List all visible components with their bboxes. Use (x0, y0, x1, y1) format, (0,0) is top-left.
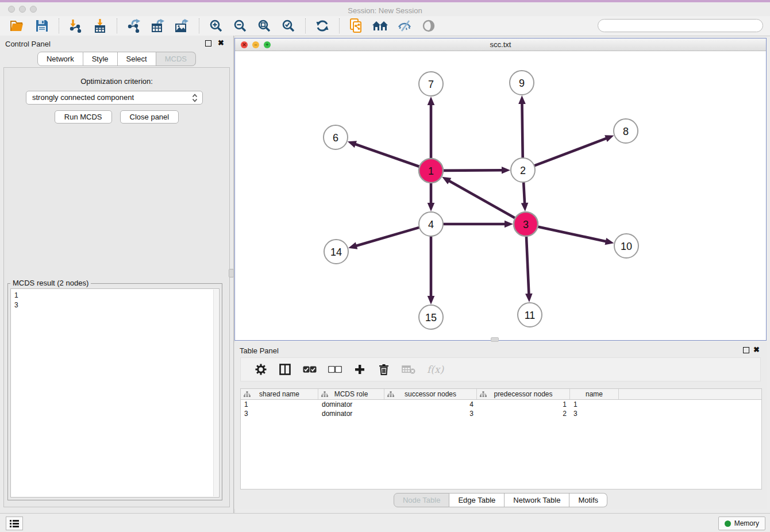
table-panel-title: Table Panel (240, 346, 279, 355)
graph-node-4[interactable]: 4 (419, 212, 443, 236)
table-cell: 1 (570, 400, 619, 409)
graph-node-10[interactable]: 10 (614, 234, 638, 258)
graph-edge-1-6[interactable] (355, 144, 419, 167)
graph-edge-2-3[interactable] (523, 183, 525, 204)
graph-node-11[interactable]: 11 (518, 303, 542, 327)
add-column-icon[interactable] (353, 364, 366, 375)
network-window-titlebar[interactable]: ✕ − + scc.txt (235, 38, 766, 51)
graph-edge-2-8[interactable] (535, 138, 607, 165)
horizontal-splitter-handle[interactable] (491, 337, 499, 342)
table-row[interactable]: 1dominator411 (241, 400, 761, 409)
table-cell: 3 (570, 409, 619, 418)
graph-edge-3-1[interactable] (448, 180, 514, 218)
toolbar-separator (199, 18, 199, 33)
graph-edge-3-11[interactable] (526, 237, 529, 295)
mcds-panel: Optimization criterion: strongly connect… (3, 67, 230, 507)
table-cell: 2 (477, 409, 570, 418)
splitter-handle[interactable] (229, 269, 234, 277)
tab-select[interactable]: Select (118, 52, 156, 66)
show-all-networks-icon[interactable] (372, 18, 389, 34)
column-header-shared-name[interactable]: shared name (241, 389, 318, 399)
gear-icon[interactable] (255, 364, 267, 375)
graph-edge-3-10[interactable] (538, 227, 606, 242)
hierarchy-icon (321, 391, 328, 398)
tab-style[interactable]: Style (83, 52, 118, 66)
float-table-panel-icon[interactable] (743, 347, 749, 353)
column-header-MCDS-role[interactable]: MCDS role (318, 389, 384, 399)
export-table-icon[interactable] (149, 18, 167, 34)
import-network-icon[interactable] (67, 18, 84, 34)
graph-node-14[interactable]: 14 (324, 240, 348, 264)
optimization-criterion-select[interactable]: strongly connected component (26, 91, 203, 105)
open-session-icon[interactable] (9, 18, 26, 34)
memory-button[interactable]: Memory (718, 516, 765, 530)
hide-panels-icon[interactable] (396, 18, 413, 34)
column-header-name[interactable]: name (570, 389, 619, 399)
tab-mcds[interactable]: MCDS (156, 52, 196, 66)
toolbar-separator (305, 18, 306, 33)
zoom-fit-icon[interactable] (256, 18, 273, 34)
graph-node-9[interactable]: 9 (510, 71, 534, 95)
graph-arrowhead (505, 221, 513, 228)
tab-network-table[interactable]: Network Table (505, 493, 569, 507)
tab-node-table[interactable]: Node Table (394, 493, 450, 507)
zoom-in-icon[interactable] (207, 18, 225, 34)
graph-edge-4-14[interactable] (356, 228, 419, 246)
search-input[interactable] (598, 19, 763, 32)
graph-arrowhead (428, 97, 435, 105)
close-panel-button[interactable]: Close panel (120, 110, 179, 124)
graph-arrowhead (525, 294, 533, 302)
tab-motifs[interactable]: Motifs (569, 493, 607, 507)
mcds-result-title: MCDS result (2 nodes) (10, 279, 91, 287)
column-label: MCDS role (334, 390, 368, 398)
network-canvas[interactable]: 7968124314101511 (235, 51, 766, 340)
deselect-all-icon[interactable] (328, 366, 342, 373)
graph-edge-2-9[interactable] (522, 103, 522, 157)
graph-node-7[interactable]: 7 (419, 72, 443, 96)
hierarchy-icon (244, 391, 251, 398)
refresh-layout-icon[interactable] (314, 18, 331, 34)
close-table-panel-icon[interactable]: ✖ (753, 345, 760, 354)
column-header-predecessor-nodes[interactable]: predecessor nodes (477, 389, 570, 399)
split-columns-icon[interactable] (279, 364, 291, 375)
select-stepper-icon (192, 94, 198, 102)
graph-node-label: 1 (428, 165, 434, 177)
column-header-successor-nodes[interactable]: successor nodes (384, 389, 477, 399)
graph-node-8[interactable]: 8 (614, 119, 638, 143)
graph-arrowhead (605, 238, 614, 245)
import-table-icon[interactable] (91, 18, 109, 34)
graph-edge-1-2[interactable] (444, 170, 503, 171)
tab-network[interactable]: Network (37, 52, 83, 66)
table-cell: 3 (384, 409, 477, 418)
export-image-icon[interactable] (174, 18, 191, 34)
zoom-out-icon[interactable] (232, 18, 249, 34)
save-session-icon[interactable] (33, 18, 51, 34)
export-network-icon[interactable] (125, 18, 143, 34)
graph-node-6[interactable]: 6 (324, 125, 348, 149)
tab-edge-table[interactable]: Edge Table (449, 493, 505, 507)
select-all-icon[interactable] (303, 366, 317, 373)
mcds-result-group: MCDS result (2 nodes) 1 3 (7, 283, 222, 500)
table-row[interactable]: 3dominator323 (241, 409, 761, 418)
graph-node-15[interactable]: 15 (419, 305, 443, 329)
close-panel-icon[interactable]: ✖ (218, 38, 224, 48)
toggle-birdseye-icon[interactable] (420, 18, 437, 34)
task-history-button[interactable] (6, 516, 23, 530)
clone-network-icon[interactable] (348, 18, 365, 34)
graph-node-label: 14 (330, 246, 342, 258)
result-scrollbar[interactable] (213, 290, 218, 496)
delete-column-icon[interactable] (378, 364, 390, 375)
zoom-selected-icon[interactable] (280, 18, 297, 34)
node-table-body: 1dominator4113dominator323 (241, 400, 761, 418)
toolbar-separator (59, 18, 59, 33)
run-mcds-button[interactable]: Run MCDS (55, 110, 112, 124)
float-panel-icon[interactable] (205, 40, 211, 47)
graph-node-1[interactable]: 1 (419, 159, 443, 183)
mcds-result-lines: 1 3 (14, 291, 18, 309)
graph-node-2[interactable]: 2 (511, 158, 535, 182)
table-cell: 1 (477, 400, 570, 409)
network-window-title: scc.txt (235, 38, 766, 51)
mcds-result-text[interactable]: 1 3 (10, 288, 220, 498)
graph-node-3[interactable]: 3 (514, 212, 538, 236)
control-panel: Control Panel ✖ NetworkStyleSelectMCDS O… (0, 36, 233, 513)
